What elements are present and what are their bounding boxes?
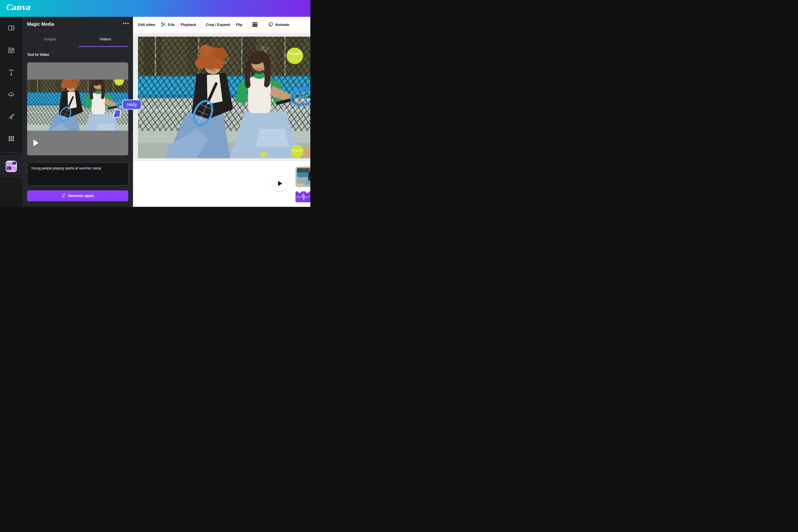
- canva-app: Canva: [0, 0, 310, 207]
- video-preview-thumbnail: [27, 80, 128, 131]
- apps-icon: [8, 135, 15, 143]
- scissors-icon: [161, 22, 166, 28]
- crop-expand-button[interactable]: Crop / Expand: [206, 23, 230, 27]
- animate-circles-icon: [268, 22, 273, 28]
- animate-label: Animate: [275, 23, 289, 27]
- timeline-play-button[interactable]: [272, 176, 287, 191]
- flip-button[interactable]: Flip: [236, 23, 242, 27]
- design-icon: [8, 24, 15, 32]
- play-icon: [278, 181, 282, 186]
- hamburger-icon: [252, 22, 258, 28]
- uploads-icon: [8, 91, 15, 99]
- panel-title: Magic Media: [27, 22, 54, 27]
- canvas-workspace[interactable]: [133, 33, 310, 161]
- animate-button[interactable]: Animate: [268, 22, 289, 28]
- regenerate-icon: [61, 193, 66, 198]
- rail-divider: [3, 152, 19, 153]
- ellipsis-icon: [123, 23, 124, 24]
- video-page[interactable]: [138, 37, 310, 158]
- tab-videos[interactable]: Videos: [78, 32, 133, 47]
- edit-video-button[interactable]: Edit video: [138, 23, 155, 27]
- generate-again-button[interactable]: Generate again: [27, 190, 128, 201]
- sidebar-item-elements[interactable]: [7, 46, 15, 54]
- text-icon: [8, 69, 15, 76]
- top-bar: Canva: [0, 0, 310, 17]
- side-rail: [0, 17, 22, 207]
- video-clip-1[interactable]: [296, 167, 310, 187]
- beat-notch: [306, 190, 309, 193]
- generate-again-label: Generate again: [68, 194, 94, 198]
- position-button[interactable]: [252, 22, 258, 28]
- toolbar-divider: [201, 20, 201, 30]
- sidebar-item-draw[interactable]: [7, 113, 15, 121]
- text-to-video-label: Text to Video: [27, 53, 49, 57]
- play-icon[interactable]: [34, 139, 39, 146]
- sidebar-item-magic-media-app[interactable]: [5, 161, 17, 172]
- rail-panel-lower: [0, 177, 22, 207]
- waveform-icon: [296, 191, 310, 202]
- timeline: +: [133, 161, 310, 206]
- clip-1-thumbnail: [297, 168, 310, 186]
- beat-notch: [298, 190, 301, 193]
- canva-logo[interactable]: Canva: [5, 3, 30, 12]
- sidebar-item-text[interactable]: [7, 69, 15, 77]
- editor-main: Edit video 5.0s Playback Crop / Expand F…: [133, 17, 310, 207]
- tab-images[interactable]: Images: [22, 32, 78, 47]
- playback-button[interactable]: Playback: [181, 23, 196, 27]
- rail-panel: [0, 17, 22, 155]
- toolbar-divider: [263, 20, 263, 30]
- sidebar-item-uploads[interactable]: [7, 91, 15, 99]
- media-type-tabs: Images Videos: [22, 32, 133, 47]
- prompt-input-wrapper: Young people playing sports at summer ca…: [27, 163, 128, 186]
- prompt-input[interactable]: Young people playing sports at summer ca…: [31, 166, 125, 182]
- audio-track[interactable]: [296, 191, 310, 202]
- draw-icon: [8, 113, 15, 120]
- toolbar-divider: [247, 20, 247, 30]
- active-tab-underline: [79, 46, 128, 47]
- more-options-button[interactable]: [123, 23, 129, 24]
- collaborator-label: Holly: [122, 99, 142, 110]
- panel-header: Magic Media: [22, 17, 133, 32]
- trim-button[interactable]: 5.0s: [161, 22, 175, 28]
- collaborator-cursor-icon: [113, 108, 123, 121]
- sidebar-item-design[interactable]: [7, 24, 15, 32]
- elements-icon: [8, 47, 15, 54]
- sidebar-item-apps[interactable]: [7, 135, 15, 143]
- magic-media-app-icon: [5, 169, 17, 172]
- context-toolbar: Edit video 5.0s Playback Crop / Expand F…: [133, 17, 310, 33]
- clip-duration: 5.0s: [168, 23, 175, 27]
